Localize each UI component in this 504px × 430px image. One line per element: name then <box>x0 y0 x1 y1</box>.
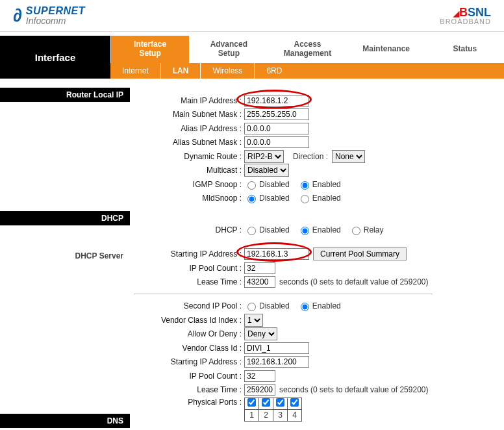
label-start-ip: Starting IP Address : <box>134 249 244 259</box>
port3-checkbox[interactable] <box>276 398 284 407</box>
section-router-local-ip: Router Local IP <box>0 88 130 102</box>
label-dhcp: DHCP : <box>134 225 244 234</box>
sub-tabs: Internet LAN Wireless 6RD <box>110 63 504 79</box>
pool-count-input[interactable] <box>244 262 275 274</box>
label-dynamic-route: Dynamic Route : <box>134 152 244 161</box>
label-second-lease: Lease Time : <box>134 385 244 394</box>
subtab-internet[interactable]: Internet <box>110 63 160 79</box>
app-header: ∂ SUPERNET Infocomm ◢BSNL BROADBAND <box>0 0 504 32</box>
dhcp-relay-radio[interactable]: Relay <box>349 225 384 235</box>
label-direction: Direction : <box>293 152 328 161</box>
subtab-wireless[interactable]: Wireless <box>200 63 254 79</box>
label-lease: Lease Time : <box>134 277 244 286</box>
label-physical-ports: Physical Ports : <box>134 398 244 407</box>
label-second-pool: Second IP Pool : <box>134 301 244 310</box>
label-igmp: IGMP Snoop : <box>134 180 244 189</box>
dynamic-route-select[interactable]: RIP2-B <box>244 150 284 163</box>
port4-checkbox[interactable] <box>290 398 299 407</box>
main-mask-input[interactable] <box>244 108 309 120</box>
label-vci: Vendor Class Id : <box>134 344 244 353</box>
start-ip-input[interactable] <box>244 248 309 260</box>
label-allow-deny: Allow Or Deny : <box>134 329 244 338</box>
port2-checkbox[interactable] <box>262 398 270 407</box>
subtab-lan[interactable]: LAN <box>160 63 201 79</box>
mld-disabled-radio[interactable]: Disabled <box>244 193 290 203</box>
lease-input[interactable] <box>244 276 275 288</box>
pool-summary-button[interactable]: Current Pool Summary <box>313 247 407 260</box>
section-dhcp-server: DHCP Server <box>0 249 130 263</box>
swoosh-icon: ∂ <box>13 5 22 26</box>
port1-checkbox[interactable] <box>247 398 256 407</box>
section-dns: DNS <box>0 414 130 428</box>
main-tabs: Interface Setup Advanced Setup Access Ma… <box>110 36 504 63</box>
alias-mask-input[interactable] <box>244 136 309 148</box>
brand-left: ∂ SUPERNET Infocomm <box>13 5 85 26</box>
second-lease-input[interactable] <box>244 384 275 396</box>
tab-advanced-setup[interactable]: Advanced Setup <box>189 36 268 63</box>
tab-access-management[interactable]: Access Management <box>268 36 346 63</box>
lease-note: seconds (0 sets to default value of 2592… <box>279 277 428 286</box>
brand-right-sub: BROADBAND <box>440 18 491 25</box>
second-lease-note: seconds (0 sets to default value of 2592… <box>279 385 428 394</box>
igmp-enabled-radio[interactable]: Enabled <box>297 179 341 190</box>
mld-enabled-radio[interactable]: Enabled <box>297 193 341 203</box>
label-multicast: Multicast : <box>134 166 244 175</box>
second-pool-disabled-radio[interactable]: Disabled <box>244 301 290 311</box>
label-pool-count: IP Pool Count : <box>134 264 244 273</box>
section-dhcp: DHCP <box>0 211 130 225</box>
multicast-select[interactable]: Disabled <box>244 164 289 177</box>
second-pool-enabled-radio[interactable]: Enabled <box>297 301 341 311</box>
tab-interface-setup[interactable]: Interface Setup <box>110 36 189 63</box>
subtab-6rd[interactable]: 6RD <box>254 63 294 79</box>
vci-input[interactable] <box>244 342 309 354</box>
vci-index-select[interactable]: 1 <box>244 314 263 327</box>
port-label-1: 1 <box>245 409 259 421</box>
brand-left-line2: Infocomm <box>26 16 85 25</box>
port-label-3: 3 <box>273 409 288 421</box>
label-alias-ip: Alias IP Address : <box>134 124 244 133</box>
physical-ports-table: 1 2 3 4 <box>244 398 302 422</box>
label-main-ip: Main IP Address : <box>134 96 244 105</box>
brand-left-line1: SUPERNET <box>26 6 85 16</box>
alias-ip-input[interactable] <box>244 123 309 134</box>
main-ip-input[interactable] <box>244 95 309 107</box>
brand-right: ◢BSNL BROADBAND <box>440 6 491 25</box>
tab-status[interactable]: Status <box>425 36 504 63</box>
second-pool-count-input[interactable] <box>244 370 275 382</box>
dhcp-enabled-radio[interactable]: Enabled <box>297 225 341 235</box>
flag-icon: ◢ <box>453 9 459 18</box>
second-start-ip-input[interactable] <box>244 356 309 368</box>
label-mld: MldSnoop : <box>134 194 244 203</box>
igmp-disabled-radio[interactable]: Disabled <box>244 179 290 190</box>
direction-select[interactable]: None <box>332 150 365 163</box>
divider <box>134 294 433 294</box>
allow-deny-select[interactable]: Deny <box>244 327 277 340</box>
port-label-4: 4 <box>288 409 302 421</box>
label-second-pool-count: IP Pool Count : <box>134 372 244 381</box>
port-label-2: 2 <box>259 409 273 421</box>
label-main-mask: Main Subnet Mask : <box>134 110 244 119</box>
label-alias-mask: Alias Subnet Mask : <box>134 138 244 147</box>
tab-maintenance[interactable]: Maintenance <box>347 36 425 63</box>
dhcp-disabled-radio[interactable]: Disabled <box>244 225 290 235</box>
page-title: Interface <box>0 36 110 79</box>
label-second-start-ip: Starting IP Address : <box>134 357 244 366</box>
label-vci-index: Vendor Class Id Index : <box>134 316 244 325</box>
